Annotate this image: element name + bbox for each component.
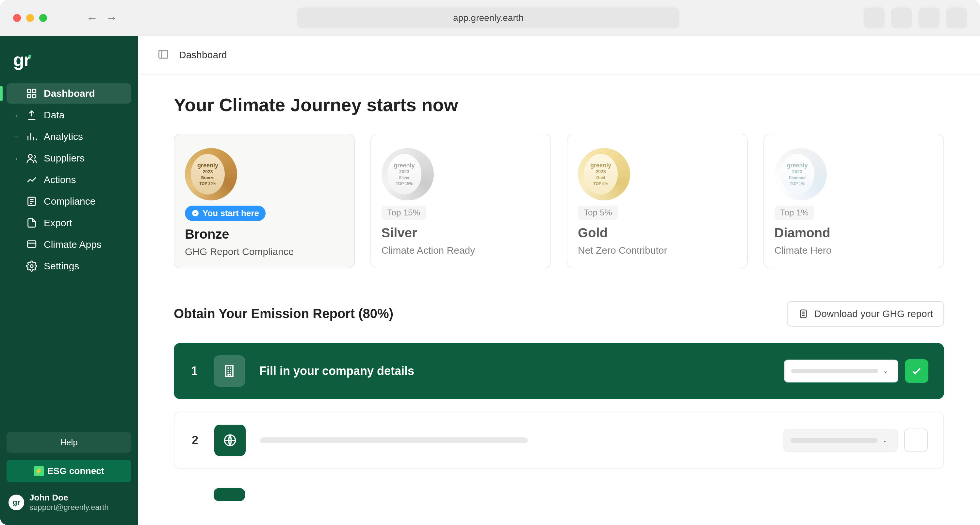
- logo: gr•: [6, 46, 131, 80]
- download-ghg-report-button[interactable]: Download your GHG report: [787, 301, 944, 327]
- file-icon: [26, 217, 37, 228]
- tier-row: greenly 2023 Bronze TOP 30% You start he…: [174, 134, 944, 268]
- medal-diamond-icon: greenly 2023 Diamond TOP 1%: [775, 148, 827, 200]
- sidebar-item-dashboard[interactable]: Dashboard: [6, 83, 131, 104]
- sidebar-item-climate-apps[interactable]: Climate Apps: [6, 235, 131, 255]
- top-pill: Top 5%: [578, 206, 618, 220]
- sidebar-item-label: Settings: [44, 260, 125, 272]
- esg-connect-label: ESG connect: [48, 466, 104, 476]
- sidebar-item-suppliers[interactable]: › Suppliers: [6, 148, 131, 168]
- svg-rect-8: [159, 50, 168, 58]
- sidebar-toggle-icon[interactable]: [158, 48, 169, 61]
- tier-desc: Climate Hero: [775, 245, 933, 256]
- chevron-down-icon: ⌄: [883, 368, 891, 374]
- step-2[interactable]: 2 ⌄: [174, 412, 944, 469]
- browser-placeholder-4: [946, 8, 967, 29]
- compliance-icon: [26, 196, 37, 207]
- svg-point-7: [30, 265, 33, 268]
- sidebar-item-compliance[interactable]: Compliance: [6, 191, 131, 212]
- window-close-button[interactable]: [13, 14, 21, 22]
- chevron-down-icon: ⌄: [883, 437, 891, 443]
- you-start-here-pill: You start here: [185, 206, 266, 221]
- placeholder-bar: [791, 369, 878, 373]
- sidebar-item-label: Climate Apps: [44, 239, 125, 250]
- chevron-down-icon: ›: [13, 133, 20, 140]
- svg-rect-3: [33, 94, 36, 98]
- tier-card-diamond[interactable]: greenly 2023 Diamond TOP 1% Top 1% Diamo…: [764, 134, 944, 268]
- step-title: Fill in your company details: [259, 364, 770, 378]
- url-text: app.greenly.earth: [453, 13, 523, 23]
- sidebar-item-label: Export: [44, 217, 125, 228]
- page-title: Your Climate Journey starts now: [174, 94, 944, 115]
- bolt-icon: ⚡: [33, 466, 44, 476]
- step-incomplete-check: [904, 429, 928, 452]
- step-3[interactable]: [174, 482, 944, 501]
- browser-back-button[interactable]: ←: [86, 11, 98, 25]
- step-dropdown[interactable]: ⌄: [783, 429, 898, 452]
- main-content: Dashboard Your Climate Journey starts no…: [138, 36, 980, 525]
- sidebar-item-data[interactable]: › Data: [6, 105, 131, 125]
- tier-desc: Net Zero Contributor: [578, 245, 737, 256]
- step-title-placeholder: [260, 437, 528, 443]
- user-email: support@greenly.earth: [29, 503, 109, 512]
- user-profile[interactable]: gr John Doe support@greenly.earth: [6, 489, 131, 515]
- sidebar-item-actions[interactable]: Actions: [6, 170, 131, 190]
- chevron-right-icon: ›: [13, 112, 20, 119]
- breadcrumb: Dashboard: [179, 49, 227, 61]
- sidebar-item-settings[interactable]: Settings: [6, 256, 131, 276]
- medal-bronze-icon: greenly 2023 Bronze TOP 30%: [185, 148, 237, 200]
- sidebar-item-label: Analytics: [44, 131, 125, 142]
- esg-connect-button[interactable]: ⚡ ESG connect: [6, 460, 131, 482]
- sidebar-item-export[interactable]: Export: [6, 213, 131, 233]
- step-number: 2: [190, 434, 200, 447]
- sidebar-item-analytics[interactable]: › Analytics: [6, 126, 131, 147]
- tier-card-gold[interactable]: greenly 2023 Gold TOP 5% Top 5% Gold Net…: [567, 134, 748, 268]
- window-maximize-button[interactable]: [39, 14, 47, 22]
- user-name: John Doe: [29, 493, 109, 503]
- tier-card-bronze[interactable]: greenly 2023 Bronze TOP 30% You start he…: [174, 134, 355, 268]
- apps-icon: [26, 239, 37, 250]
- svg-rect-6: [27, 241, 36, 247]
- medal-gold-icon: greenly 2023 Gold TOP 5%: [578, 148, 630, 200]
- help-button[interactable]: Help: [6, 432, 131, 453]
- globe-icon: [214, 424, 246, 456]
- sidebar-item-label: Dashboard: [44, 88, 125, 99]
- download-label: Download your GHG report: [815, 308, 933, 319]
- analytics-icon: [26, 131, 37, 142]
- sidebar-item-label: Compliance: [44, 196, 125, 207]
- trend-icon: [26, 174, 37, 185]
- step-complete-check: [905, 359, 928, 383]
- people-icon: [26, 153, 37, 164]
- tier-name: Gold: [578, 225, 737, 240]
- browser-placeholder-3: [919, 8, 940, 29]
- sidebar: gr• Dashboard › Data › Analytics › Suppl: [0, 36, 138, 525]
- sidebar-item-label: Actions: [44, 174, 125, 185]
- tier-card-silver[interactable]: greenly 2023 Silver TOP 15% Top 15% Silv…: [371, 134, 551, 268]
- sidebar-item-label: Suppliers: [44, 153, 125, 164]
- avatar: gr: [8, 495, 24, 510]
- url-bar[interactable]: app.greenly.earth: [297, 8, 679, 29]
- browser-placeholder-1: [864, 8, 885, 29]
- browser-forward-button[interactable]: →: [106, 11, 118, 25]
- gear-icon: [26, 260, 37, 272]
- dashboard-icon: [26, 88, 37, 99]
- tier-name: Silver: [382, 225, 540, 240]
- svg-rect-2: [27, 94, 31, 98]
- sidebar-nav: Dashboard › Data › Analytics › Suppliers…: [6, 83, 131, 276]
- top-pill: Top 1%: [775, 206, 815, 220]
- window-minimize-button[interactable]: [26, 14, 34, 22]
- svg-rect-0: [27, 89, 31, 93]
- tier-name: Bronze: [185, 227, 344, 242]
- traffic-lights: [13, 14, 47, 22]
- step-icon-placeholder: [214, 488, 245, 501]
- medal-silver-icon: greenly 2023 Silver TOP 15%: [382, 148, 434, 200]
- step-1[interactable]: 1 Fill in your company details ⌄: [174, 343, 944, 399]
- tier-name: Diamond: [775, 225, 933, 240]
- top-pill: Top 15%: [382, 206, 426, 220]
- step-number: 1: [189, 364, 199, 378]
- section-title: Obtain Your Emission Report (80%): [174, 306, 393, 321]
- tier-desc: GHG Report Compliance: [185, 246, 344, 257]
- upload-icon: [26, 110, 37, 121]
- step-dropdown[interactable]: ⌄: [784, 360, 898, 383]
- document-icon: [798, 309, 808, 319]
